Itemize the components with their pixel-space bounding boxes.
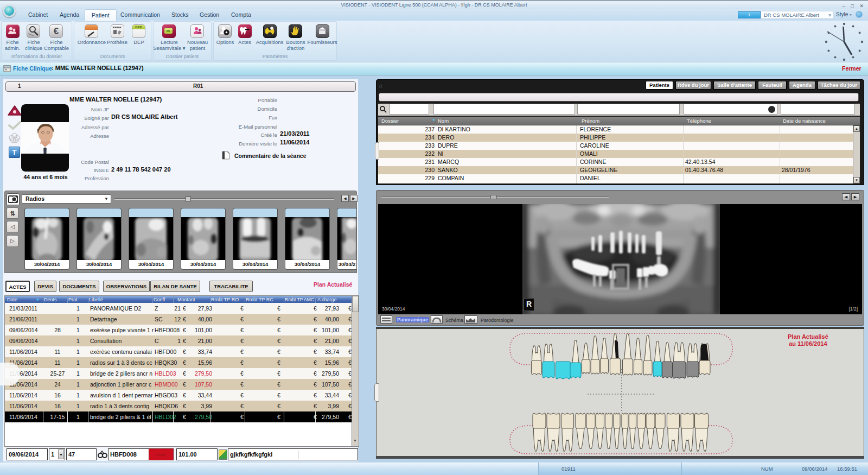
svg-text:€: € xyxy=(54,26,59,36)
svg-text:⇅: ⇅ xyxy=(10,210,15,217)
